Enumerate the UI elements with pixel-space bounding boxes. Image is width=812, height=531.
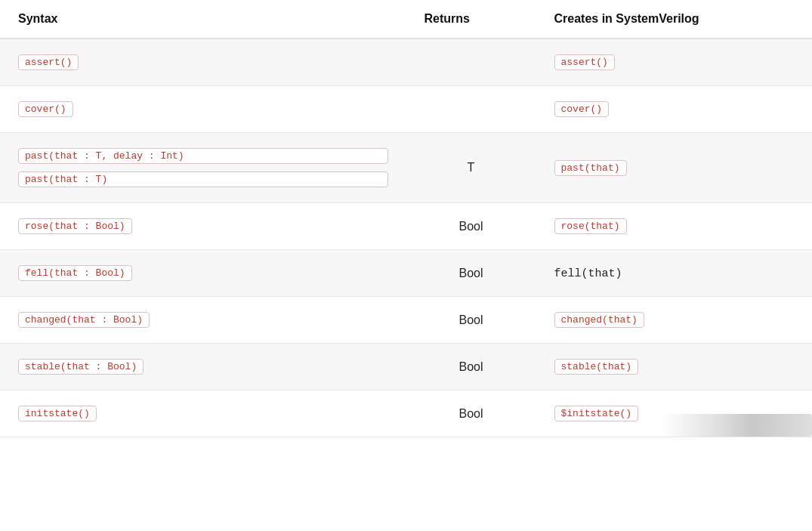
table-row: assert()assert() [0,39,812,86]
scroll-indicator[interactable] [661,414,812,437]
syntax-cell: stable(that : Bool) [0,344,406,391]
creates-badge: past(that) [554,160,627,176]
creates-cell: past(that) [536,133,813,203]
table-row: initstate()Bool$initstate() [0,391,812,437]
table-row: rose(that : Bool)Boolrose(that) [0,203,812,250]
syntax-cell: past(that : T, delay : Int)past(that : T… [0,133,406,203]
table-row: stable(that : Bool)Boolstable(that) [0,344,812,391]
syntax-badge: assert() [18,54,79,70]
table-wrapper: Syntax Returns Creates in SystemVerilog … [0,0,812,437]
creates-badge: $initstate() [554,406,639,421]
creates-badge: stable(that) [554,359,639,375]
syntax-cell: fell(that : Bool) [0,250,406,297]
creates-cell: $initstate() [536,391,813,437]
syntax-badge: changed(that : Bool) [18,312,150,328]
syntax-cell: assert() [0,39,406,86]
returns-cell [406,86,536,133]
syntax-badge: past(that : T) [18,171,388,187]
returns-cell: Bool [406,203,536,250]
main-container: Syntax Returns Creates in SystemVerilog … [0,0,812,531]
creates-cell: fell(that) [536,250,813,297]
creates-cell: rose(that) [536,203,813,250]
creates-cell: stable(that) [536,344,813,391]
syntax-badge: initstate() [18,406,97,421]
creates-cell: assert() [536,39,813,86]
table-row: cover()cover() [0,86,812,133]
creates-plain: fell(that) [554,267,622,280]
syntax-table: Syntax Returns Creates in SystemVerilog … [0,0,812,437]
syntax-badge: rose(that : Bool) [18,218,132,234]
returns-cell: Bool [406,297,536,344]
syntax-cell: cover() [0,86,406,133]
syntax-cell: initstate() [0,391,406,437]
creates-cell: cover() [536,86,813,133]
returns-cell: T [406,133,536,203]
syntax-cell: rose(that : Bool) [0,203,406,250]
table-row: changed(that : Bool)Boolchanged(that) [0,297,812,344]
returns-cell: Bool [406,391,536,437]
col-header-returns: Returns [406,0,536,39]
creates-badge: assert() [554,54,615,70]
returns-cell [406,39,536,86]
col-header-creates: Creates in SystemVerilog [536,0,813,39]
creates-cell: changed(that) [536,297,813,344]
syntax-badge: fell(that : Bool) [18,265,132,281]
col-header-syntax: Syntax [0,0,406,39]
syntax-badge: cover() [18,101,73,117]
creates-badge: rose(that) [554,218,627,234]
syntax-badge: past(that : T, delay : Int) [18,148,388,164]
table-row: past(that : T, delay : Int)past(that : T… [0,133,812,203]
returns-cell: Bool [406,344,536,391]
table-row: fell(that : Bool)Boolfell(that) [0,250,812,297]
syntax-badge: stable(that : Bool) [18,359,144,375]
syntax-multi: past(that : T, delay : Int)past(that : T… [18,147,388,189]
syntax-cell: changed(that : Bool) [0,297,406,344]
creates-badge: cover() [554,101,610,117]
returns-cell: Bool [406,250,536,297]
creates-badge: changed(that) [554,312,644,328]
